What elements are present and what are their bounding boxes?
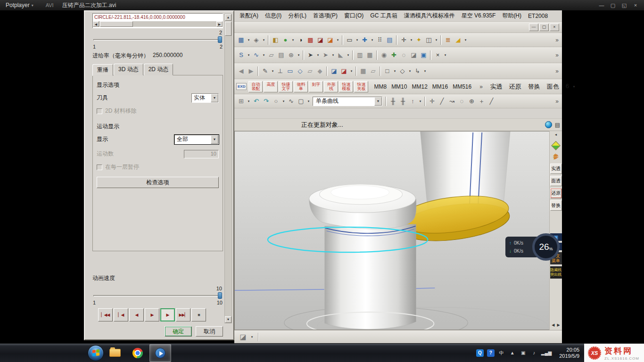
- sketch-icon[interactable]: ▦: [236, 35, 246, 45]
- dropdown-caret-icon[interactable]: ▾: [315, 53, 321, 57]
- display-tray-icon[interactable]: ▣: [520, 349, 527, 357]
- display-mode-button[interactable]: 面色: [545, 82, 561, 91]
- wire-cube-icon[interactable]: ◇: [295, 66, 305, 76]
- volume-icon[interactable]: ♪: [530, 349, 538, 357]
- fullscreen-button[interactable]: ◱: [619, 2, 630, 8]
- dropdown-caret-icon[interactable]: ▾: [270, 69, 275, 73]
- mesh-icon[interactable]: ▦: [365, 50, 375, 60]
- rectangle-tool-icon[interactable]: ▭: [345, 35, 355, 45]
- csys-icon[interactable]: ⊥: [275, 66, 285, 76]
- layer-list-icon[interactable]: ≣: [443, 35, 453, 45]
- pause-each-level-checkbox[interactable]: 在每一层暂停: [97, 163, 219, 171]
- dropdown-caret-icon[interactable]: ▾: [330, 53, 336, 57]
- dropdown-caret-icon[interactable]: ▾: [290, 38, 296, 42]
- step-back-button[interactable]: ▏◀: [114, 308, 128, 321]
- progress-slider-thumb[interactable]: [218, 36, 222, 43]
- spline-s-icon[interactable]: S: [236, 50, 246, 60]
- curve-rule-combo[interactable]: 单条曲线▼: [313, 97, 382, 106]
- monitor-icon[interactable]: ▣: [419, 50, 429, 60]
- dropdown-caret-icon[interactable]: ▾: [418, 99, 423, 103]
- dropdown-caret-icon[interactable]: ▾: [306, 99, 311, 103]
- restore-display-button[interactable]: 还原: [550, 188, 562, 198]
- dropdown-caret-icon[interactable]: ▾: [370, 38, 375, 42]
- spline-curve-icon[interactable]: ∿: [251, 50, 261, 60]
- face-translucent-button[interactable]: 面透: [550, 176, 562, 186]
- stop-button[interactable]: ■: [191, 308, 206, 321]
- menu-item[interactable]: 装配(A): [236, 10, 262, 21]
- play-backward-button[interactable]: ◀: [129, 308, 144, 321]
- point-snap-icon[interactable]: ✛: [427, 96, 437, 107]
- sheet-flat-icon[interactable]: ▱: [368, 66, 378, 76]
- help-icon[interactable]: ?: [487, 349, 495, 357]
- mm-button[interactable]: MM8: [372, 83, 388, 90]
- vscroll-thumb[interactable]: [225, 22, 231, 36]
- taskbar-explorer-button[interactable]: [104, 344, 126, 362]
- show-combo[interactable]: 全部 ▼: [174, 135, 219, 144]
- spark-icon[interactable]: ✦: [414, 35, 424, 45]
- menu-item[interactable]: 潇洒模具汽模标准件: [401, 10, 458, 21]
- dropdown-caret-icon[interactable]: ▾: [261, 38, 266, 42]
- datum-plane-icon[interactable]: ◈: [251, 35, 261, 45]
- percent-overlay[interactable]: 26 %: [532, 233, 560, 261]
- dropdown-caret-icon[interactable]: ▾: [422, 69, 428, 73]
- qq-icon[interactable]: Q: [476, 349, 484, 357]
- grid-plus-icon[interactable]: ⊞: [236, 96, 246, 107]
- display-mode-button[interactable]: 实透: [488, 82, 505, 91]
- rail-left-arrow-icon[interactable]: ◀: [552, 323, 554, 327]
- viewport-3d[interactable]: [234, 131, 549, 330]
- close-button[interactable]: ×: [630, 2, 641, 8]
- shortcut-button[interactable]: 快速夹板: [354, 81, 368, 92]
- display-mode-button[interactable]: 6: [563, 82, 571, 91]
- window-icon[interactable]: ▭: [285, 66, 295, 76]
- pencil-icon[interactable]: ✎: [260, 66, 270, 76]
- vector-icon[interactable]: ➤: [305, 50, 315, 60]
- ime-icon[interactable]: 中: [498, 349, 505, 357]
- dropdown-caret-icon[interactable]: ▾: [246, 53, 251, 57]
- find-icon[interactable]: ◌: [399, 50, 409, 60]
- block-red-icon[interactable]: ▩: [305, 35, 315, 45]
- go-last-button[interactable]: ▶▶▏: [176, 308, 190, 321]
- rail-right-arrow-icon[interactable]: ▶: [557, 323, 560, 327]
- wedge-icon[interactable]: ◢: [453, 35, 463, 45]
- go-first-button[interactable]: ▏◀◀: [98, 308, 113, 321]
- panel-list-icon[interactable]: ▤: [555, 122, 560, 128]
- point-icon[interactable]: ✛: [399, 35, 409, 45]
- dropdown-caret-icon[interactable]: ▾: [463, 38, 468, 42]
- tab-replay[interactable]: 重播: [92, 64, 113, 76]
- delete-icon[interactable]: ×: [433, 50, 443, 60]
- hscroll-thumb[interactable]: [100, 21, 133, 27]
- extrude-icon[interactable]: ◧: [271, 35, 281, 45]
- menu-item[interactable]: GC 工具箱: [367, 10, 400, 21]
- forward-icon[interactable]: ▶: [246, 66, 256, 76]
- minimize-button[interactable]: —: [596, 2, 607, 8]
- dashed-rect-icon[interactable]: ▢: [296, 96, 306, 107]
- dropdown-caret-icon[interactable]: ▾: [296, 53, 301, 57]
- exd-icon[interactable]: EXD: [236, 83, 247, 90]
- mm-button[interactable]: MM16: [430, 83, 450, 90]
- toolbar-overflow-icon[interactable]: »: [478, 83, 484, 90]
- taskbar-chrome-button[interactable]: [127, 344, 149, 362]
- target-icon[interactable]: ⊕: [467, 96, 477, 107]
- box-red-icon[interactable]: ◪: [339, 66, 349, 76]
- box-blue-icon[interactable]: ◪: [329, 66, 339, 76]
- shortcut-button[interactable]: 自动装配: [248, 81, 263, 92]
- chevron-down-icon[interactable]: ▼: [374, 97, 382, 106]
- sheet-body-icon[interactable]: ▤: [385, 35, 395, 45]
- toolbar-overflow-icon[interactable]: »: [554, 37, 560, 43]
- line-icon[interactable]: ╱: [437, 96, 447, 107]
- dropdown-caret-icon[interactable]: ▾: [409, 38, 414, 42]
- dropdown-caret-icon[interactable]: ▾: [346, 53, 351, 57]
- material-removal-checkbox[interactable]: 2D 材料移除: [97, 107, 219, 115]
- chevron-down-icon[interactable]: ▼: [211, 94, 218, 102]
- menu-item[interactable]: 帮助(H): [499, 10, 525, 21]
- plate-stack-icon[interactable]: ▤: [276, 50, 286, 60]
- arrow-up-icon[interactable]: ↑: [408, 96, 418, 107]
- dropdown-caret-icon[interactable]: ▾: [392, 69, 397, 73]
- restore-button[interactable]: ▢: [607, 2, 619, 8]
- hidden-lines-button[interactable]: 隐藏线 突出线: [550, 266, 562, 279]
- circle-icon[interactable]: ◌: [457, 96, 467, 107]
- dropdown-caret-icon[interactable]: ▾: [571, 85, 577, 89]
- redo-icon[interactable]: ↷: [261, 96, 271, 107]
- freeform-icon[interactable]: ∿: [286, 96, 296, 107]
- collapse-arrow-icon[interactable]: ◂: [555, 132, 557, 137]
